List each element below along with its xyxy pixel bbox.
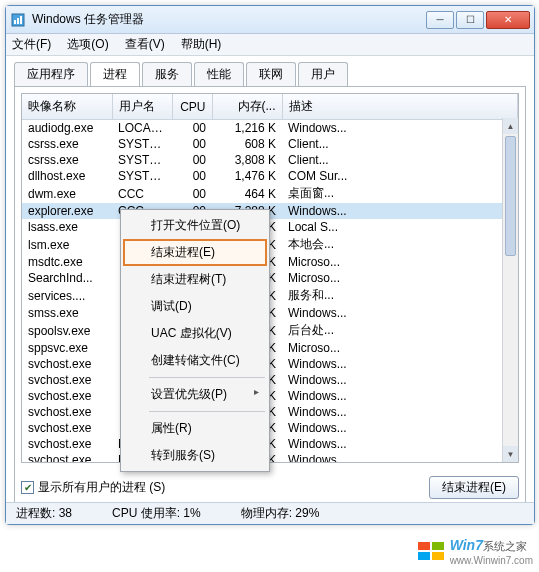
tab-users[interactable]: 用户: [298, 62, 348, 86]
cell-cpu: 00: [172, 168, 212, 184]
cell-memory: 608 K: [212, 136, 282, 152]
col-description[interactable]: 描述: [282, 94, 518, 120]
process-list: 映像名称 用户名 CPU 内存(... 描述 audiodg.exeLOCAL.…: [21, 93, 519, 463]
table-row[interactable]: dwm.exeCCC00464 K桌面窗...: [22, 184, 518, 203]
tab-applications[interactable]: 应用程序: [14, 62, 88, 86]
menu-open-file-location[interactable]: 打开文件位置(O): [123, 212, 267, 239]
cell-desc: Windows...: [282, 203, 518, 219]
menu-goto-service[interactable]: 转到服务(S): [123, 442, 267, 469]
table-row[interactable]: csrss.exeSYSTEM003,808 KClient...: [22, 152, 518, 168]
windows-logo-icon: [418, 542, 446, 562]
end-process-button[interactable]: 结束进程(E): [429, 476, 519, 499]
menu-file[interactable]: 文件(F): [12, 36, 51, 53]
cell-user: SYSTEM: [112, 136, 172, 152]
svg-rect-3: [20, 16, 22, 24]
col-cpu[interactable]: CPU: [172, 94, 212, 120]
cell-name: dwm.exe: [22, 184, 112, 203]
vertical-scrollbar[interactable]: ▲ ▼: [502, 118, 518, 462]
cell-name: svchost.exe: [22, 420, 112, 436]
scroll-thumb[interactable]: [505, 136, 516, 256]
svg-rect-6: [418, 552, 430, 560]
titlebar[interactable]: Windows 任务管理器 ─ ☐ ✕: [6, 6, 534, 34]
cell-name: svchost.exe: [22, 436, 112, 452]
cell-name: svchost.exe: [22, 356, 112, 372]
cell-name: services....: [22, 286, 112, 305]
menu-set-priority[interactable]: 设置优先级(P): [123, 381, 267, 408]
menu-view[interactable]: 查看(V): [125, 36, 165, 53]
menubar: 文件(F) 选项(O) 查看(V) 帮助(H): [6, 34, 534, 56]
cell-memory: 464 K: [212, 184, 282, 203]
cell-name: lsm.exe: [22, 235, 112, 254]
cell-desc: 本地会...: [282, 235, 518, 254]
table-row[interactable]: audiodg.exeLOCAL...001,216 KWindows...: [22, 120, 518, 137]
window-title: Windows 任务管理器: [32, 11, 144, 28]
maximize-button[interactable]: ☐: [456, 11, 484, 29]
cell-desc: COM Sur...: [282, 168, 518, 184]
svg-rect-7: [432, 552, 444, 560]
menu-separator: [149, 411, 265, 412]
cell-name: svchost.exe: [22, 404, 112, 420]
cell-name: sppsvc.exe: [22, 340, 112, 356]
tab-performance[interactable]: 性能: [194, 62, 244, 86]
col-user[interactable]: 用户名: [112, 94, 172, 120]
cell-desc: Windows...: [282, 420, 518, 436]
watermark-brand1: Win7: [450, 537, 483, 553]
menu-help[interactable]: 帮助(H): [181, 36, 222, 53]
cell-desc: Windows...: [282, 372, 518, 388]
cell-cpu: 00: [172, 120, 212, 137]
column-headers: 映像名称 用户名 CPU 内存(... 描述: [22, 94, 518, 120]
cell-name: csrss.exe: [22, 136, 112, 152]
menu-debug[interactable]: 调试(D): [123, 293, 267, 320]
status-physical-memory: 物理内存: 29%: [241, 505, 320, 522]
show-all-users-label: 显示所有用户的进程 (S): [38, 479, 165, 496]
menu-create-dump[interactable]: 创建转储文件(C): [123, 347, 267, 374]
show-all-users-checkbox[interactable]: ✔: [21, 481, 34, 494]
menu-options[interactable]: 选项(O): [67, 36, 108, 53]
close-button[interactable]: ✕: [486, 11, 530, 29]
minimize-button[interactable]: ─: [426, 11, 454, 29]
cell-desc: Windows...: [282, 436, 518, 452]
cell-name: dllhost.exe: [22, 168, 112, 184]
tab-services[interactable]: 服务: [142, 62, 192, 86]
cell-user: SYSTEM: [112, 152, 172, 168]
cell-desc: Windows...: [282, 388, 518, 404]
cell-desc: Client...: [282, 136, 518, 152]
svg-rect-1: [14, 20, 16, 24]
cell-name: explorer.exe: [22, 203, 112, 219]
menu-end-process[interactable]: 结束进程(E): [123, 239, 267, 266]
col-image-name[interactable]: 映像名称: [22, 94, 112, 120]
cell-name: lsass.exe: [22, 219, 112, 235]
cell-name: smss.exe: [22, 305, 112, 321]
cell-desc: Microso...: [282, 254, 518, 270]
scroll-down-icon[interactable]: ▼: [503, 446, 518, 462]
scroll-up-icon[interactable]: ▲: [503, 118, 518, 134]
footer-row: ✔ 显示所有用户的进程 (S) 结束进程(E): [21, 476, 519, 499]
cell-desc: Local S...: [282, 219, 518, 235]
menu-uac-virtualization[interactable]: UAC 虚拟化(V): [123, 320, 267, 347]
cell-name: audiodg.exe: [22, 120, 112, 137]
table-row[interactable]: csrss.exeSYSTEM00608 KClient...: [22, 136, 518, 152]
cell-desc: Windows...: [282, 120, 518, 137]
context-menu: 打开文件位置(O) 结束进程(E) 结束进程树(T) 调试(D) UAC 虚拟化…: [120, 209, 270, 472]
cell-user: SYSTEM: [112, 168, 172, 184]
app-icon: [10, 12, 26, 28]
tab-content: 映像名称 用户名 CPU 内存(... 描述 audiodg.exeLOCAL.…: [14, 86, 526, 506]
cell-desc: Windows...: [282, 305, 518, 321]
menu-end-process-tree[interactable]: 结束进程树(T): [123, 266, 267, 293]
cell-cpu: 00: [172, 136, 212, 152]
watermark: Win7系统之家 www.Winwin7.com: [418, 537, 533, 566]
col-memory[interactable]: 内存(...: [212, 94, 282, 120]
cell-desc: Windows...: [282, 404, 518, 420]
cell-desc: Microso...: [282, 340, 518, 356]
cell-desc: 桌面窗...: [282, 184, 518, 203]
cell-cpu: 00: [172, 152, 212, 168]
tab-processes[interactable]: 进程: [90, 62, 140, 86]
cell-desc: 后台处...: [282, 321, 518, 340]
menu-properties[interactable]: 属性(R): [123, 415, 267, 442]
cell-desc: 服务和...: [282, 286, 518, 305]
statusbar: 进程数: 38 CPU 使用率: 1% 物理内存: 29%: [6, 502, 534, 524]
table-row[interactable]: dllhost.exeSYSTEM001,476 KCOM Sur...: [22, 168, 518, 184]
cell-name: svchost.exe: [22, 388, 112, 404]
cell-name: csrss.exe: [22, 152, 112, 168]
tab-networking[interactable]: 联网: [246, 62, 296, 86]
